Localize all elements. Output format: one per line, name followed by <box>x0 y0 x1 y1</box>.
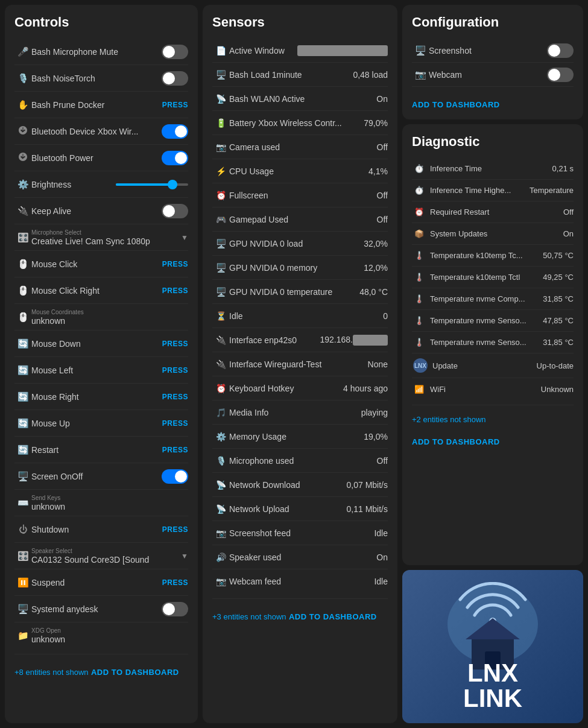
sensor-row-camera-used: 📷 Camera used Off <box>212 135 388 159</box>
systemd-anydesk-toggle[interactable] <box>162 602 188 616</box>
lnxlink-text: LNX LINK <box>463 660 522 711</box>
diag-row-temp-k10-tctl: 🌡️ Temperature k10temp Tctl 49,25 °C <box>412 267 574 288</box>
diag-entities-not-shown[interactable]: +2 entities not shown <box>412 410 486 429</box>
screen-onoff-toggle[interactable] <box>162 469 188 484</box>
net-upload-value: 0,11 Mbit/s <box>347 504 388 514</box>
gamepad-icon: 🎮 <box>212 215 229 224</box>
mouse-right-button[interactable]: PRESS <box>162 393 188 401</box>
inference-time-icon: ⏱️ <box>412 164 426 173</box>
control-row-bash-prune-docker: ✋ Bash Prune Docker PRESS <box>14 92 188 118</box>
mouse-up-button[interactable]: PRESS <box>162 419 188 428</box>
temp-k10-tc-value: 50,75 °C <box>543 251 574 260</box>
control-row-mouse-click-right: 🖱️ Mouse Click Right PRESS <box>14 277 188 304</box>
screenshot-feed-label: Screenshot feed <box>229 528 374 538</box>
bash-prune-docker-button[interactable]: PRESS <box>162 101 188 109</box>
brightness-slider-track[interactable] <box>116 183 188 186</box>
brightness-slider-thumb[interactable] <box>168 180 177 189</box>
sensor-row-active-window: 📄 Active Window xxxxxxxxxxxxxxx <box>212 39 388 63</box>
bash-prune-docker-label: Bash Prune Docker <box>31 100 162 110</box>
required-restart-icon: ⏰ <box>412 207 426 217</box>
diag-add-dashboard-button[interactable]: ADD TO DASHBOARD <box>412 429 500 446</box>
sensor-row-gamepad: 🎮 Gamepad Used Off <box>212 207 388 232</box>
diag-row-update: LNX Update Up-to-date <box>412 353 574 378</box>
control-row-mouse-down: 🔄 Mouse Down PRESS <box>14 331 188 357</box>
active-window-value: xxxxxxxxxxxxxxx <box>297 45 388 56</box>
webcam-feed-value: Idle <box>374 577 388 586</box>
control-row-brightness: ⚙️ Brightness <box>14 171 188 198</box>
mouse-up-icon: 🔄 <box>14 418 31 429</box>
diag-row-inference-time: ⏱️ Inference Time 0,21 s <box>412 158 574 180</box>
restart-label: Restart <box>31 445 162 455</box>
mouse-down-button[interactable]: PRESS <box>162 340 188 348</box>
brightness-slider-container <box>116 183 188 186</box>
sensors-footer: +3 entities not shown ADD TO DASHBOARD <box>212 598 388 626</box>
net-download-value: 0,07 Mbit/s <box>347 480 388 490</box>
shutdown-button[interactable]: PRESS <box>162 525 188 534</box>
temp-k10-tctl-icon: 🌡️ <box>412 273 426 282</box>
inference-time-label: Inference Time <box>430 164 549 173</box>
bluetooth-xbox-label: Bluetooth Device Xbox Wir... <box>31 127 162 136</box>
camera-used-icon: 📷 <box>212 142 229 152</box>
sensor-row-media-info: 🎵 Media Info playing <box>212 400 388 425</box>
mouse-left-button[interactable]: PRESS <box>162 366 188 375</box>
bash-mic-mute-label: Bash Microphone Mute <box>31 47 162 57</box>
media-info-icon: 🎵 <box>212 408 229 417</box>
gpu-load-icon: 🖥️ <box>212 239 229 248</box>
speaker-select-chevron-icon: ▼ <box>181 552 188 560</box>
bash-mic-mute-toggle[interactable] <box>162 45 188 59</box>
suspend-button[interactable]: PRESS <box>162 578 188 587</box>
temp-nvme-sens1-label: Temperature nvme Senso... <box>430 316 539 325</box>
bluetooth-xbox-toggle[interactable] <box>162 124 188 139</box>
control-row-systemd-anydesk: 🖥️ Systemd anydesk <box>14 596 188 622</box>
mouse-click-right-button[interactable]: PRESS <box>162 286 188 295</box>
bluetooth-power-toggle[interactable] <box>162 151 188 165</box>
speaker-select-icon: 🎛️ <box>14 551 31 562</box>
shutdown-label: Shutdown <box>31 525 162 534</box>
sensor-row-battery-xbox: 🔋 Battery Xbox Wireless Contr... 79,0% <box>212 111 388 135</box>
battery-xbox-icon: 🔋 <box>212 118 229 128</box>
diag-row-temp-nvme-comp: 🌡️ Temperature nvme Comp... 31,85 °C <box>412 288 574 310</box>
mouse-left-icon: 🔄 <box>14 365 31 376</box>
inference-time-higher-label: Inference Time Highe... <box>430 186 526 195</box>
sensors-add-dashboard-button[interactable]: ADD TO DASHBOARD <box>289 604 377 621</box>
cpu-usage-value: 4,1% <box>368 166 388 176</box>
system-updates-icon: 📦 <box>412 229 426 238</box>
config-add-dashboard-button[interactable]: ADD TO DASHBOARD <box>412 92 500 109</box>
keep-alive-toggle[interactable] <box>162 204 188 218</box>
diag-row-temp-nvme-sens1: 🌡️ Temperature nvme Senso... 47,85 °C <box>412 310 574 332</box>
controls-add-dashboard-button[interactable]: ADD TO DASHBOARD <box>91 659 179 677</box>
mic-used-value: Off <box>377 456 388 466</box>
sensors-entities-not-shown[interactable]: +3 entities not shown <box>212 607 286 626</box>
sensor-row-bash-load: 🖥️ Bash Load 1minute 0,48 load <box>212 63 388 87</box>
controls-title: Controls <box>14 14 188 30</box>
controls-entities-not-shown[interactable]: +8 entities not shown <box>14 663 89 682</box>
cpu-usage-label: CPU Usage <box>229 166 368 176</box>
gamepad-value: Off <box>377 215 388 224</box>
controls-footer: +8 entities not shown ADD TO DASHBOARD <box>14 654 188 682</box>
gpu-load-value: 32,0% <box>364 239 388 248</box>
config-screenshot-toggle[interactable] <box>547 43 574 58</box>
restart-button[interactable]: PRESS <box>162 446 188 454</box>
webcam-feed-label: Webcam feed <box>229 577 374 586</box>
diagnostic-sub-panel: Diagnostic ⏱️ Inference Time 0,21 s ⏱️ I… <box>402 124 583 565</box>
control-row-restart: 🔄 Restart PRESS <box>14 437 188 463</box>
mouse-click-button[interactable]: PRESS <box>162 260 188 268</box>
control-row-keep-alive: 🔌 Keep Alive <box>14 198 188 224</box>
fullscreen-icon: ⏰ <box>212 191 229 200</box>
temp-k10-tctl-value: 49,25 °C <box>543 273 574 282</box>
config-webcam-toggle[interactable] <box>547 68 574 82</box>
config-row-screenshot: 🖥️ Screenshot <box>412 39 574 63</box>
bash-noisetorch-toggle[interactable] <box>162 71 188 86</box>
keep-alive-label: Keep Alive <box>31 206 162 216</box>
interface-enp42s0-value: 192.168.xxx <box>320 335 388 346</box>
speaker-used-value: On <box>376 552 388 562</box>
diag-row-system-updates: 📦 System Updates On <box>412 223 574 245</box>
config-screenshot-label: Screenshot <box>429 46 547 55</box>
mouse-down-label: Mouse Down <box>31 339 162 349</box>
screen-onoff-label: Screen OnOff <box>31 472 162 481</box>
diag-row-temp-k10-tc: 🌡️ Temperature k10temp Tc... 50,75 °C <box>412 245 574 267</box>
mouse-click-icon: 🖱️ <box>14 259 31 270</box>
xdg-open-icon: 📁 <box>14 630 31 641</box>
prune-docker-icon: ✋ <box>14 100 31 110</box>
memory-usage-label: Memory Usage <box>229 432 364 442</box>
